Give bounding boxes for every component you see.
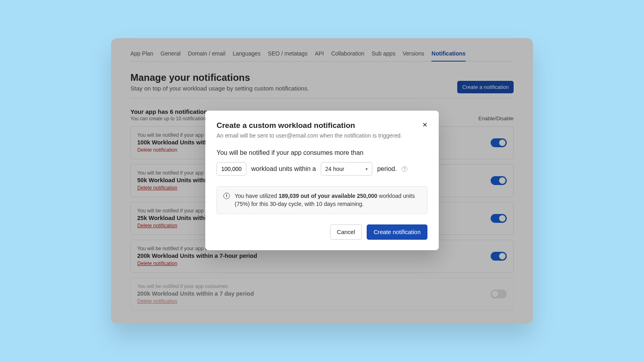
modal-header: Create a custom workload notification ✕ — [217, 121, 427, 130]
modal-title: Create a custom workload notification — [217, 121, 355, 130]
usage-info-text: You have utilized 189,039 out of your av… — [235, 192, 421, 208]
usage-info-box: i You have utilized 189,039 out of your … — [217, 186, 427, 214]
create-notification-modal: Create a custom workload notification ✕ … — [205, 111, 439, 250]
within-text: workload units within a — [251, 165, 316, 173]
chevron-down-icon: ▾ — [365, 167, 368, 172]
create-notification-confirm-button[interactable]: Create notification — [367, 224, 427, 240]
modal-subtitle: An email will be sent to user@email.com … — [217, 132, 427, 139]
settings-window: App Plan General Domain / email Language… — [111, 38, 533, 324]
period-select-value: 24 hour — [325, 166, 344, 172]
close-icon[interactable]: ✕ — [422, 121, 427, 129]
period-suffix: period. — [377, 165, 397, 173]
usage-info-bold: 189,039 out of your available 250,000 — [279, 193, 377, 199]
workload-units-input[interactable] — [217, 162, 246, 176]
modal-condition-text: You will be notified if your app consume… — [217, 149, 427, 156]
info-icon: i — [223, 193, 230, 199]
help-icon[interactable]: ? — [402, 166, 407, 172]
modal-overlay: Create a custom workload notification ✕ … — [111, 38, 533, 324]
modal-input-row: workload units within a 24 hour ▾ period… — [217, 162, 427, 176]
cancel-button[interactable]: Cancel — [330, 224, 362, 240]
period-select[interactable]: 24 hour ▾ — [321, 162, 372, 176]
modal-actions: Cancel Create notification — [217, 224, 427, 240]
usage-info-prefix: You have utilized — [235, 193, 279, 199]
